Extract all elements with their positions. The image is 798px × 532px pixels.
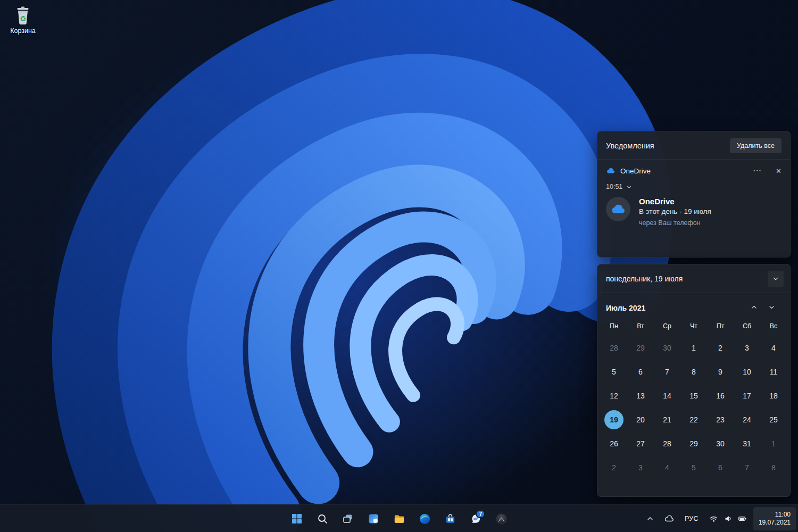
- calendar-day[interactable]: 31: [734, 431, 760, 455]
- notification-text: OneDrive В этот день · 19 июля через Ваш…: [639, 197, 711, 227]
- calendar-day[interactable]: 7: [654, 360, 680, 384]
- calendar-day[interactable]: 10: [734, 360, 760, 384]
- close-icon[interactable]: ✕: [776, 168, 782, 174]
- calendar-day[interactable]: 21: [654, 408, 680, 431]
- calendar-day[interactable]: 28: [601, 336, 627, 360]
- calendar-day[interactable]: 8: [760, 455, 787, 479]
- calendar-day[interactable]: 19: [601, 408, 627, 431]
- xbox-button[interactable]: [491, 508, 512, 529]
- weekday-label: Сб: [734, 317, 760, 336]
- onedrive-tray-button[interactable]: [660, 508, 678, 529]
- system-tray-button[interactable]: [705, 508, 751, 529]
- xbox-icon: [495, 513, 508, 525]
- chevron-down-icon: [626, 184, 632, 190]
- notification-time: 10:51: [606, 183, 622, 190]
- chevron-up-icon: [751, 304, 758, 311]
- microsoft-store-icon: [444, 513, 456, 525]
- more-options-icon[interactable]: ⋯: [753, 167, 761, 175]
- widgets-button[interactable]: [363, 508, 384, 529]
- calendar-prev-month-button[interactable]: [745, 302, 763, 314]
- calendar-day[interactable]: 2: [707, 336, 734, 360]
- start-button[interactable]: [286, 508, 307, 529]
- calendar-day[interactable]: 30: [654, 336, 680, 360]
- clock-button[interactable]: 11:00 19.07.2021: [753, 507, 796, 530]
- calendar-day[interactable]: 2: [601, 455, 627, 479]
- calendar-next-month-button[interactable]: [763, 302, 780, 314]
- calendar-day[interactable]: 4: [654, 455, 680, 479]
- calendar-day[interactable]: 6: [627, 360, 654, 384]
- calendar-day[interactable]: 1: [760, 431, 787, 455]
- calendar-month-label: Июль 2021: [606, 304, 745, 312]
- calendar-day[interactable]: 7: [734, 455, 760, 479]
- chat-button[interactable]: 7: [465, 508, 486, 529]
- recycle-bin-shortcut[interactable]: ♻ Корзина: [5, 3, 40, 35]
- search-icon: [317, 513, 328, 525]
- calendar-header: понедельник, 19 июля: [597, 264, 790, 293]
- notification-card[interactable]: OneDrive В этот день · 19 июля через Ваш…: [597, 193, 790, 235]
- calendar-day[interactable]: 16: [707, 384, 734, 408]
- calendar-day[interactable]: 11: [760, 360, 787, 384]
- calendar-day[interactable]: 27: [627, 431, 654, 455]
- calendar-day[interactable]: 22: [680, 408, 707, 431]
- chevron-down-icon: [772, 276, 779, 282]
- notification-group-header: OneDrive ⋯ ✕: [597, 160, 790, 177]
- taskbar-tray: РУС 11:00 19.07.2021: [642, 505, 796, 532]
- calendar-collapse-button[interactable]: [768, 271, 784, 287]
- calendar-day[interactable]: 14: [654, 384, 680, 408]
- calendar-day[interactable]: 5: [680, 455, 707, 479]
- calendar-day[interactable]: 29: [627, 336, 654, 360]
- calendar-day[interactable]: 18: [760, 384, 787, 408]
- file-explorer-icon: [393, 513, 405, 525]
- language-button[interactable]: РУС: [680, 508, 703, 529]
- notification-body: В этот день · 19 июля: [639, 207, 711, 215]
- calendar-day[interactable]: 28: [654, 431, 680, 455]
- notifications-title: Уведомления: [606, 142, 654, 150]
- notification-center-panel: Уведомления Удалить все OneDrive ⋯ ✕ 10:…: [597, 131, 791, 257]
- svg-text:♻: ♻: [20, 14, 26, 23]
- calendar-day[interactable]: 3: [734, 336, 760, 360]
- weekday-label: Вс: [760, 317, 787, 336]
- calendar-panel: понедельник, 19 июля Июль 2021 ПнВтСрЧтП…: [597, 264, 791, 497]
- taskbar-app-icons: 7: [286, 505, 512, 532]
- calendar-day[interactable]: 1: [680, 336, 707, 360]
- calendar-day[interactable]: 24: [734, 408, 760, 431]
- clock-time: 11:00: [775, 511, 791, 519]
- weekday-label: Пн: [601, 317, 627, 336]
- calendar-day[interactable]: 6: [707, 455, 734, 479]
- calendar-day[interactable]: 23: [707, 408, 734, 431]
- widgets-icon: [368, 513, 379, 525]
- calendar-day[interactable]: 25: [760, 408, 787, 431]
- file-explorer-button[interactable]: [388, 508, 410, 529]
- calendar-day[interactable]: 5: [601, 360, 627, 384]
- weekday-label: Ср: [654, 317, 680, 336]
- calendar-day[interactable]: 29: [680, 431, 707, 455]
- store-button[interactable]: [439, 508, 461, 529]
- search-button[interactable]: [312, 508, 333, 529]
- onedrive-cloud-icon: [610, 203, 626, 215]
- hidden-icons-button[interactable]: [642, 508, 658, 529]
- calendar-day[interactable]: 9: [707, 360, 734, 384]
- battery-icon: [738, 514, 747, 523]
- clock-date: 19.07.2021: [759, 519, 791, 527]
- notification-app-name: OneDrive: [620, 167, 748, 175]
- notification-badge: 7: [476, 510, 485, 518]
- calendar-day[interactable]: 20: [627, 408, 654, 431]
- task-view-button[interactable]: [337, 508, 359, 529]
- calendar-day[interactable]: 8: [680, 360, 707, 384]
- calendar-day[interactable]: 30: [707, 431, 734, 455]
- calendar-day[interactable]: 15: [680, 384, 707, 408]
- calendar-weekday-row: ПнВтСрЧтПтСбВс: [597, 317, 790, 336]
- calendar-day[interactable]: 13: [627, 384, 654, 408]
- edge-button[interactable]: [414, 508, 435, 529]
- volume-icon: [724, 514, 733, 523]
- calendar-day[interactable]: 26: [601, 431, 627, 455]
- notification-time-toggle[interactable]: 10:51: [597, 177, 790, 193]
- calendar-day[interactable]: 12: [601, 384, 627, 408]
- clear-all-button[interactable]: Удалить все: [730, 138, 782, 153]
- taskbar: 7 РУС: [0, 504, 798, 532]
- notification-center-header: Уведомления Удалить все: [597, 131, 790, 160]
- task-view-icon: [342, 513, 354, 525]
- calendar-day[interactable]: 3: [627, 455, 654, 479]
- calendar-day[interactable]: 17: [734, 384, 760, 408]
- calendar-day[interactable]: 4: [760, 336, 787, 360]
